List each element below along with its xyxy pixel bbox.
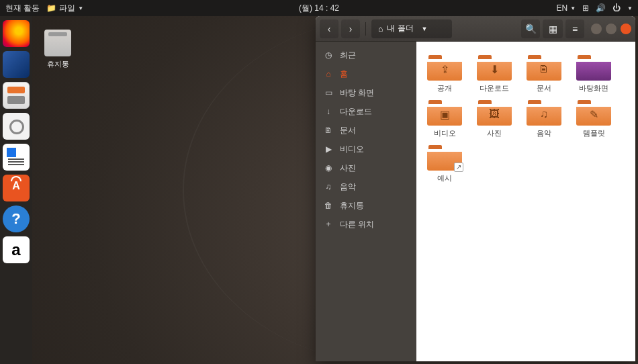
dock-rhythmbox[interactable] [3,113,30,140]
recent-icon: ◷ [324,50,333,60]
files-window: ‹ › ⌂ 내 폴더 ▼ 🔍 ▦ ≡ ◷최근⌂홈▭바탕 화면↓다운로드🗎문서▶비… [316,16,635,361]
folder-label: 사진 [473,128,516,138]
view-grid-button[interactable]: ▦ [543,19,563,38]
documents-icon: 🗎 [324,126,333,135]
lang-label: EN [556,3,567,13]
activities-button[interactable]: 현재 활동 [5,3,40,14]
forward-button[interactable]: › [341,19,360,38]
folder-label: 비디오 [423,128,466,138]
folder-label: 바탕화면 [572,83,615,93]
folder-label: 예시 [423,173,466,183]
folder-item[interactable]: 바탕화면 [572,52,615,93]
folder-item[interactable]: ↗예시 [423,142,466,183]
music-icon: ♫ [324,182,333,191]
dock-files[interactable] [3,82,30,109]
volume-icon[interactable]: 🔊 [596,3,606,13]
folder-item[interactable]: 🗎문서 [522,52,565,93]
folder-item[interactable]: ⇪공개 [423,52,466,93]
chevron-down-icon: ▼ [627,5,633,11]
window-minimize[interactable] [591,24,602,34]
folder-label: 음악 [522,128,565,138]
chevron-down-icon: ▼ [570,5,576,11]
app-menu-label: 파일 [59,3,75,14]
dock-amazon[interactable] [3,236,30,263]
folder-icon: ⬇ [477,52,512,81]
home-icon: ⌂ [324,69,333,79]
files-sidebar: ◷최근⌂홈▭바탕 화면↓다운로드🗎문서▶비디오◉사진♫음악🗑휴지통+다른 위치 [316,42,416,361]
home-icon: ⌂ [378,24,383,34]
desktop-trash[interactable]: 휴지통 [39,30,77,69]
folder-item[interactable]: 🖼사진 [473,97,516,138]
power-icon[interactable]: ⏻ [612,3,621,13]
files-content[interactable]: ⇪공개⬇다운로드🗎문서바탕화면▣비디오🖼사진♫음악✎템플릿↗예시 [416,42,635,361]
other-icon: + [324,220,333,229]
folder-label: 문서 [522,83,565,93]
files-app-icon: 📁 [46,3,56,13]
desktop-icon: ▭ [324,88,333,97]
sidebar-item-recent[interactable]: ◷최근 [316,46,416,64]
folder-icon [576,52,611,81]
sidebar-item-label: 바탕 화면 [340,87,374,99]
sidebar-item-documents[interactable]: 🗎문서 [316,121,416,140]
dock-software-center[interactable] [3,175,30,201]
folder-item[interactable]: ▣비디오 [423,97,466,138]
sidebar-item-home[interactable]: ⌂홈 [316,64,416,83]
files-toolbar: ‹ › ⌂ 내 폴더 ▼ 🔍 ▦ ≡ [316,16,635,42]
back-button[interactable]: ‹ [320,19,338,38]
trash-icon: 🗑 [324,201,333,210]
dock [0,16,32,364]
pictures-icon: ◉ [324,163,333,173]
chevron-down-icon: ▼ [78,5,83,11]
divider [365,22,366,36]
downloads-icon: ↓ [324,107,333,116]
window-controls [591,24,631,34]
path-bar[interactable]: ⌂ 내 폴더 ▼ [371,19,452,38]
dock-help[interactable] [3,206,30,232]
sidebar-item-label: 다른 위치 [340,219,374,230]
sidebar-item-label: 비디오 [340,144,364,155]
folder-label: 공개 [423,83,466,93]
folder-icon: 🗎 [527,52,561,81]
network-icon[interactable]: ⊞ [582,3,589,13]
folder-label: 다운로드 [473,83,516,93]
sidebar-item-label: 최근 [340,50,356,61]
window-maximize[interactable] [606,24,617,34]
dock-libreoffice-writer[interactable] [3,144,30,171]
folder-label: 템플릿 [572,128,615,138]
folder-item[interactable]: ♫음악 [522,97,565,138]
sidebar-item-pictures[interactable]: ◉사진 [316,158,416,177]
folder-icon: ▣ [427,97,462,126]
folder-icon: ⇪ [427,52,462,81]
clock[interactable]: (월) 14 : 42 [299,3,339,14]
sidebar-item-videos[interactable]: ▶비디오 [316,140,416,158]
folder-item[interactable]: ⬇다운로드 [473,52,516,93]
folder-item[interactable]: ✎템플릿 [572,97,615,138]
dock-firefox[interactable] [3,20,30,47]
search-button[interactable]: 🔍 [521,19,540,38]
app-menu[interactable]: 📁 파일 ▼ [46,3,83,14]
window-close[interactable] [621,24,631,34]
sidebar-item-desktop[interactable]: ▭바탕 화면 [316,83,416,102]
sidebar-item-label: 문서 [340,125,356,136]
sidebar-item-label: 홈 [340,69,348,80]
input-source[interactable]: EN ▼ [556,3,576,13]
system-topbar: 현재 활동 📁 파일 ▼ (월) 14 : 42 EN ▼ ⊞ 🔊 ⏻ ▼ [0,0,638,16]
sidebar-item-label: 음악 [340,181,356,193]
sidebar-item-label: 사진 [340,163,356,174]
folder-icon: ↗ [427,142,462,171]
sidebar-item-other[interactable]: +다른 위치 [316,215,416,234]
sidebar-item-label: 다운로드 [340,106,372,118]
sidebar-item-trash[interactable]: 🗑휴지통 [316,196,416,215]
path-label: 내 폴더 [387,23,413,34]
dock-thunderbird[interactable] [3,51,30,78]
folder-icon: 🖼 [477,97,512,126]
folder-icon: ♫ [527,97,561,126]
folder-icon: ✎ [576,97,611,126]
hamburger-menu[interactable]: ≡ [565,19,584,38]
sidebar-item-label: 휴지통 [340,200,364,212]
trash-label: 휴지통 [39,59,77,69]
trash-icon [44,30,71,56]
sidebar-item-downloads[interactable]: ↓다운로드 [316,102,416,121]
sidebar-item-music[interactable]: ♫음악 [316,177,416,196]
videos-icon: ▶ [324,144,333,154]
